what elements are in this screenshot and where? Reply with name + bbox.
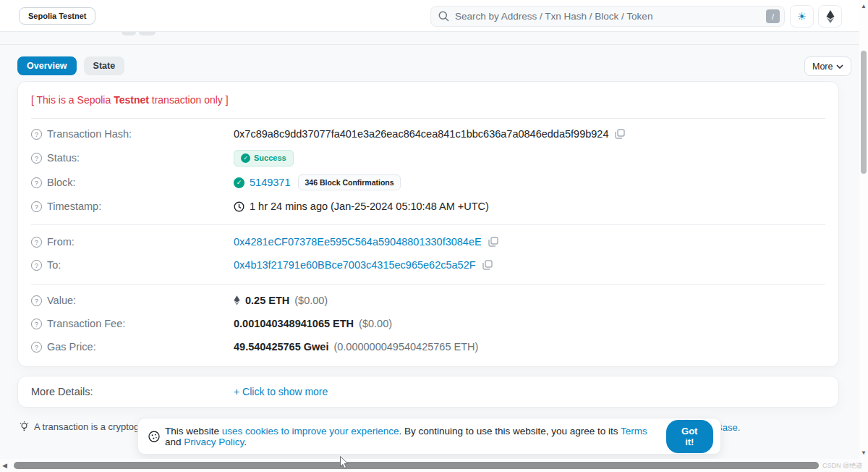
network-badge[interactable]: Sepolia Testnet xyxy=(19,7,95,25)
mouse-cursor xyxy=(339,456,349,472)
from-label: From: xyxy=(47,236,75,248)
status-badge: ✓ Success xyxy=(234,150,294,167)
click-to-show-more-link[interactable]: + Click to show more xyxy=(234,386,328,397)
terms-link[interactable]: Terms xyxy=(621,426,647,437)
more-label: More xyxy=(812,62,833,72)
block-check-icon: ✓ xyxy=(234,177,244,188)
tab-bar: Overview State xyxy=(17,56,124,75)
notice-bold: Testnet xyxy=(114,94,149,106)
gas-price-eth: (0.000000049540425765 ETH) xyxy=(333,341,478,353)
timestamp-label: Timestamp: xyxy=(47,201,101,212)
transaction-fee-label: Transaction Fee: xyxy=(47,318,125,329)
row-status: ? Status: ✓ Success xyxy=(31,146,825,169)
question-circle-icon[interactable]: ? xyxy=(31,237,42,248)
transaction-hash-label: Transaction Hash: xyxy=(47,128,132,140)
check-circle-icon: ✓ xyxy=(241,153,250,163)
scroll-left-icon[interactable]: ◀ xyxy=(2,462,7,469)
horizontal-scrollbar-thumb[interactable] xyxy=(14,462,819,469)
search-input[interactable] xyxy=(455,11,766,22)
value-label: Value: xyxy=(47,295,76,306)
header: Sepolia Testnet / ☀ xyxy=(0,0,868,32)
transaction-card: [ This is a Sepolia Testnet transaction … xyxy=(17,81,839,367)
value-amount: 0.25 ETH xyxy=(245,295,289,306)
page: Sepolia Testnet / ☀ Overview State More xyxy=(0,0,868,472)
notice-part2: transaction only ] xyxy=(149,94,229,106)
row-value: ? Value: 0.25 ETH ($0.00) xyxy=(31,289,825,312)
cookie-text-4: . xyxy=(244,437,247,447)
row-block: ? Block: ✓ 5149371 346 Block Confirmatio… xyxy=(31,171,825,194)
cookie-text: This website uses cookies to improve you… xyxy=(165,426,661,447)
to-label: To: xyxy=(47,259,61,271)
value-usd: ($0.00) xyxy=(294,295,328,306)
row-from: ? From: 0x4281eCF07378Ee595C564a59048801… xyxy=(31,230,825,253)
question-circle-icon[interactable]: ? xyxy=(31,295,42,306)
cookie-text-1: This website xyxy=(165,426,222,437)
more-dropdown-button[interactable]: More xyxy=(804,56,851,76)
question-circle-icon[interactable]: ? xyxy=(31,129,42,140)
vertical-scrollbar-thumb[interactable] xyxy=(861,51,867,174)
row-timestamp: ? Timestamp: 1 hr 24 mins ago (Jan-25-20… xyxy=(31,195,825,218)
row-transaction-fee: ? Transaction Fee: 0.001040348941065 ETH… xyxy=(31,312,825,335)
divider xyxy=(31,284,825,285)
divider xyxy=(31,118,825,119)
cookies-policy-link[interactable]: uses cookies to improve your experience xyxy=(222,426,399,437)
copy-icon[interactable] xyxy=(488,237,498,247)
scroll-up-icon[interactable]: ▲ xyxy=(860,3,867,9)
search-icon xyxy=(438,11,449,22)
got-it-button[interactable]: Got it! xyxy=(666,420,713,453)
cookie-text-2: . By continuing to use this website, you… xyxy=(399,426,621,437)
question-circle-icon[interactable]: ? xyxy=(31,201,42,212)
privacy-policy-link[interactable]: Privacy Policy xyxy=(184,437,244,447)
slash-shortcut-badge: / xyxy=(766,9,780,23)
transaction-fee-usd: ($0.00) xyxy=(359,318,392,329)
tab-state[interactable]: State xyxy=(84,56,125,75)
copy-icon[interactable] xyxy=(482,260,493,270)
status-value: Success xyxy=(254,153,286,162)
tab-overview[interactable]: Overview xyxy=(17,56,77,75)
row-to: ? To: 0x4b13f21791e60BBce7003c4315ec965e… xyxy=(31,253,825,277)
divider xyxy=(31,224,825,225)
theme-toggle-button[interactable]: ☀ xyxy=(790,5,814,28)
watermark: CSDN @绝迹之春 xyxy=(822,461,868,472)
horizontal-scrollbar[interactable]: ◀ xyxy=(0,459,868,472)
notice-part1: [ This is a Sepolia xyxy=(31,94,114,106)
block-label: Block: xyxy=(47,177,76,188)
from-address-link[interactable]: 0x4281eCF07378Ee595C564a59048801330f3084… xyxy=(234,236,482,248)
block-number-link[interactable]: 5149371 xyxy=(250,177,290,188)
gas-price-label: Gas Price: xyxy=(47,341,96,353)
question-circle-icon[interactable]: ? xyxy=(31,319,42,329)
timestamp-value: 1 hr 24 mins ago (Jan-25-2024 05:10:48 A… xyxy=(250,201,489,212)
question-circle-icon[interactable]: ? xyxy=(31,342,42,353)
bulb-icon xyxy=(19,421,30,432)
gas-price-amount: 49.540425765 Gwei xyxy=(234,341,328,353)
row-gas-price: ? Gas Price: 49.540425765 Gwei (0.000000… xyxy=(31,335,825,358)
subnav-divider xyxy=(0,44,868,45)
to-address-link[interactable]: 0x4b13f21791e60BBce7003c4315ec965e62c5a5… xyxy=(234,259,476,271)
clock-icon xyxy=(234,201,244,212)
eth-icon xyxy=(826,10,835,23)
block-confirmations-badge[interactable]: 346 Block Confirmations xyxy=(298,174,400,190)
more-details-label: More Details: xyxy=(31,386,234,397)
transaction-fee-amount: 0.001040348941065 ETH xyxy=(234,318,354,329)
search-bar[interactable]: / xyxy=(430,6,785,27)
question-circle-icon[interactable]: ? xyxy=(31,177,42,188)
testnet-notice: [ This is a Sepolia Testnet transaction … xyxy=(31,94,229,106)
question-circle-icon[interactable]: ? xyxy=(31,260,42,271)
cookie-text-3: and xyxy=(165,437,184,447)
chevron-down-icon xyxy=(836,64,843,69)
cookie-banner: This website uses cookies to improve you… xyxy=(137,418,721,455)
more-details-card: More Details: + Click to show more xyxy=(17,376,839,408)
row-transaction-hash: ? Transaction Hash: 0x7c89a8c9dd37077fa4… xyxy=(31,122,825,146)
question-circle-icon[interactable]: ? xyxy=(31,153,42,164)
cookie-icon xyxy=(148,431,160,442)
sun-icon: ☀ xyxy=(797,10,807,23)
copy-icon[interactable] xyxy=(615,129,625,139)
status-label: Status: xyxy=(47,152,80,164)
scroll-down-icon[interactable]: ▼ xyxy=(860,450,867,456)
vertical-scrollbar[interactable]: ▲ ▼ xyxy=(859,0,868,459)
eth-diamond-icon xyxy=(234,295,240,305)
transaction-hash-value: 0x7c89a8c9dd37077fa401e3a26eac864cea841c… xyxy=(234,128,608,140)
network-menu-button[interactable] xyxy=(818,5,842,28)
